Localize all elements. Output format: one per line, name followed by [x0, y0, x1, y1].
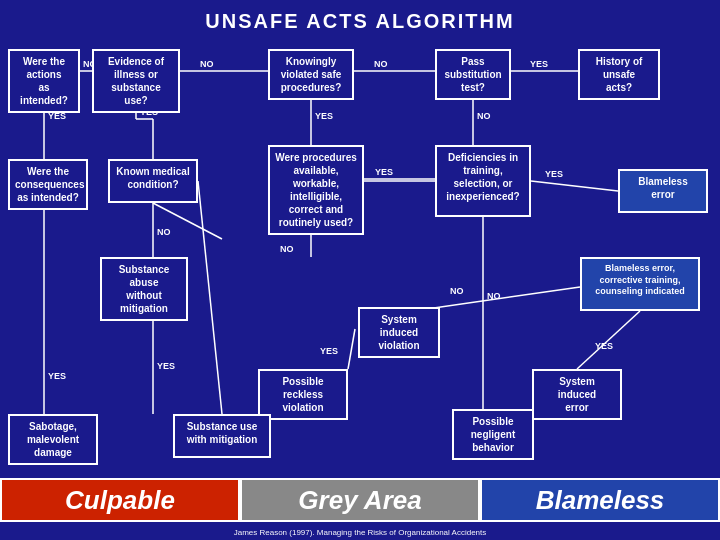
svg-line-22 [153, 203, 222, 239]
box-substance-use: Substance usewith mitigation [173, 414, 271, 458]
box-consequences: Were theconsequencesas intended? [8, 159, 88, 210]
box-system-error: System inducederror [532, 369, 622, 420]
svg-text:NO: NO [374, 59, 388, 69]
box-blameless-err2: Blameless error,corrective training,coun… [580, 257, 700, 311]
box-blameless-error: Blamelesserror [618, 169, 708, 213]
box-system-violation: Systeminducedviolation [358, 307, 440, 358]
box-possible-reckless: Possiblerecklessviolation [258, 369, 348, 420]
box-sabotage: Sabotage,malevolentdamage [8, 414, 98, 465]
citation-text: James Reason (1997). Managing the Risks … [0, 528, 720, 537]
svg-text:NO: NO [200, 59, 214, 69]
bottom-bar: Culpable Grey Area Blameless [0, 478, 720, 522]
svg-text:YES: YES [595, 341, 613, 351]
blameless-label: Blameless [480, 478, 720, 522]
svg-line-32 [348, 329, 355, 369]
box-knowingly: Knowinglyviolated safeprocedures? [268, 49, 354, 100]
svg-text:YES: YES [320, 346, 338, 356]
svg-text:YES: YES [315, 111, 333, 121]
box-actions: Were theactionsas intended? [8, 49, 80, 113]
svg-text:NO: NO [477, 111, 491, 121]
svg-text:YES: YES [157, 361, 175, 371]
svg-text:YES: YES [48, 371, 66, 381]
box-pass: Passsubstitutiontest? [435, 49, 511, 100]
svg-text:NO: NO [450, 286, 464, 296]
diagram-area: NO NO NO YES YES YES YES NO [0, 39, 720, 469]
svg-line-41 [198, 181, 222, 414]
box-evidence: Evidence ofillness orsubstance use? [92, 49, 180, 113]
svg-text:NO: NO [157, 227, 171, 237]
grey-area-label: Grey Area [240, 478, 480, 522]
culpable-label: Culpable [0, 478, 240, 522]
svg-line-36 [577, 311, 640, 369]
box-procedures: Were proceduresavailable,workable,intell… [268, 145, 364, 235]
box-history: History ofunsafeacts? [578, 49, 660, 100]
page-title: UNSAFE ACTS ALGORITHM [0, 0, 720, 39]
box-substance-abuse: Substanceabusewithoutmitigation [100, 257, 188, 321]
box-deficiencies: Deficiencies intraining,selection, orine… [435, 145, 531, 217]
main-container: UNSAFE ACTS ALGORITHM NO NO NO YES YES Y… [0, 0, 720, 540]
svg-text:YES: YES [375, 167, 393, 177]
box-possible-negligent: Possiblenegligentbehavior [452, 409, 534, 460]
svg-text:NO: NO [280, 244, 294, 254]
svg-line-28 [531, 181, 618, 191]
box-known-medical: Known medicalcondition? [108, 159, 198, 203]
svg-text:YES: YES [545, 169, 563, 179]
svg-text:NO: NO [487, 291, 501, 301]
svg-text:YES: YES [530, 59, 548, 69]
